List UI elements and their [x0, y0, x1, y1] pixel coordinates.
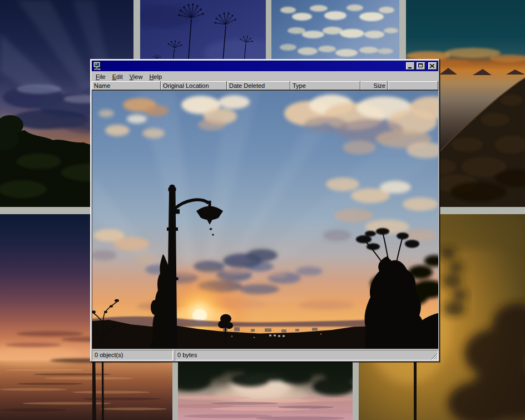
file-list-area[interactable]: [92, 90, 438, 349]
status-bar: 0 object(s) 0 bytes: [92, 349, 438, 360]
close-icon[interactable]: [428, 62, 437, 70]
menu-help[interactable]: Help: [146, 72, 165, 81]
recycle-bin-window: File Edit View Help Name Original Locati…: [90, 59, 440, 362]
column-header-date-deleted[interactable]: Date Deleted: [227, 81, 290, 90]
column-header-original-location[interactable]: Original Location: [161, 81, 227, 90]
menu-edit[interactable]: Edit: [109, 72, 126, 81]
lamp-sunset-photo: [92, 91, 438, 349]
menu-view[interactable]: View: [126, 72, 146, 81]
title-bar[interactable]: [92, 61, 438, 71]
menu-bar: File Edit View Help: [92, 71, 438, 81]
column-header-name[interactable]: Name: [92, 81, 161, 90]
sun: [192, 309, 207, 322]
column-header-filler: [388, 81, 438, 90]
maximize-icon[interactable]: [417, 62, 425, 70]
column-header-size[interactable]: Size: [360, 81, 388, 90]
column-header-row: Name Original Location Date Deleted Type…: [92, 81, 438, 90]
menu-file[interactable]: File: [92, 72, 109, 81]
collage-photo-altocumulus: [271, 0, 399, 67]
column-header-type[interactable]: Type: [290, 81, 360, 90]
minimize-icon[interactable]: [406, 62, 415, 70]
collage-photo-dried-flowers: [140, 0, 266, 67]
status-bytes: 0 bytes: [175, 350, 438, 360]
status-objects: 0 object(s): [92, 350, 173, 360]
resize-grip-icon[interactable]: [430, 353, 438, 360]
desktop-wallpaper: File Edit View Help Name Original Locati…: [0, 0, 525, 420]
computer-icon[interactable]: [93, 62, 102, 70]
